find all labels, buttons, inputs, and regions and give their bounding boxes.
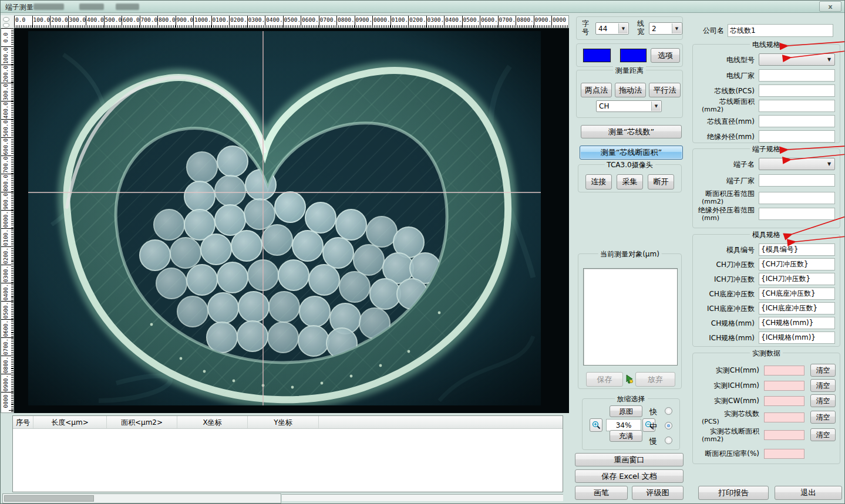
clear-ch-button[interactable]: 清空: [810, 364, 836, 377]
crimp-area-range-label: 断面积压着范围(mm2): [692, 190, 755, 205]
exit-button[interactable]: 退出: [775, 486, 842, 500]
measured-core-area-input[interactable]: [764, 430, 804, 440]
camera-disconnect-button[interactable]: 断开: [648, 174, 674, 190]
ruler-label: 700.0: [1, 155, 9, 174]
ch-spec-input[interactable]: [759, 317, 835, 329]
mold-id-input[interactable]: [759, 243, 835, 256]
insulation-od-input[interactable]: [759, 130, 835, 143]
ruler-corner: [1, 15, 14, 28]
measure-core-area-button[interactable]: 测量“芯线断面积”: [580, 146, 683, 160]
zoom-percent-value[interactable]: 34%: [606, 419, 641, 431]
original-size-button[interactable]: 原图: [610, 405, 642, 417]
rating-chart-button[interactable]: 评级图: [632, 486, 684, 500]
speed-mid-label: 中: [649, 421, 657, 432]
print-report-button[interactable]: 打印报告: [698, 486, 769, 500]
parallel-method-button[interactable]: 平行法: [649, 83, 681, 97]
title-bar: 端子测量 x: [1, 1, 845, 13]
ruler-label: 0300.: [1, 265, 9, 283]
core-diameter-label: 芯线直径(mm): [692, 118, 755, 126]
two-point-method-button[interactable]: 两点法: [581, 83, 612, 97]
vertical-ruler: 0.0100.0200.0300.0400.0500.0600.0700.080…: [1, 28, 14, 413]
camera-group: TCA3.0摄像头 连接 采集 断开: [578, 164, 682, 192]
core-diameter-input[interactable]: [759, 115, 835, 127]
measure-core-count-button[interactable]: 测量“芯线数”: [581, 125, 682, 138]
measured-ch-input[interactable]: [764, 366, 804, 376]
app-window: 端子测量 x 0.0100.0200.0300.0400.0500.0600.0…: [0, 0, 845, 504]
terminal-maker-input[interactable]: [759, 174, 835, 187]
speed-slow-radio[interactable]: [665, 437, 672, 444]
camera-connect-button[interactable]: 连接: [585, 174, 612, 190]
clear-core-count-button[interactable]: 清空: [810, 411, 836, 424]
measured-cw-input[interactable]: [764, 396, 804, 406]
clear-core-area-button[interactable]: 清空: [810, 428, 836, 441]
company-name-input[interactable]: [728, 24, 833, 37]
horizontal-scrollbar[interactable]: [2, 493, 281, 503]
col-header-area: 面积<μm2>: [107, 416, 177, 428]
company-name-label: 公司名: [696, 27, 724, 35]
ich-blade-count-input[interactable]: [759, 273, 835, 285]
ruler-corner-button-icon[interactable]: [3, 17, 9, 22]
measured-ich-input[interactable]: [764, 381, 804, 391]
redacted-text: [79, 4, 104, 10]
ruler-corner-button-icon[interactable]: [3, 23, 9, 28]
current-measure-listbox[interactable]: [583, 268, 678, 366]
ich-spec-input[interactable]: [759, 332, 835, 344]
mold-spec-title: 模具规格: [750, 230, 783, 240]
redacted-text: [33, 4, 64, 10]
terminal-spec-title: 端子规格: [750, 144, 783, 154]
fill-view-button[interactable]: 充满: [610, 430, 642, 442]
measured-core-count-input[interactable]: [764, 412, 804, 422]
discard-measure-button[interactable]: 放弃: [635, 372, 675, 387]
wire-maker-input[interactable]: [759, 69, 835, 82]
speed-fast-radio[interactable]: [665, 407, 672, 415]
channel-dropdown[interactable]: CH▼: [596, 100, 662, 112]
ruler-label: 200.0: [1, 65, 9, 83]
clear-ich-button[interactable]: 清空: [810, 379, 836, 392]
scrollbar-thumb[interactable]: [4, 495, 94, 502]
zoom-group: 放缩选择 原图 34% 充满 快 中 慢: [582, 398, 680, 450]
ich-base-count-label: ICH底座冲压数: [692, 305, 755, 313]
insulation-crimp-range-input[interactable]: [759, 208, 835, 220]
terminal-name-dropdown[interactable]: ▼: [759, 158, 835, 170]
core-area-input[interactable]: [759, 100, 835, 112]
save-excel-button[interactable]: 保存 Excel 文档: [575, 469, 684, 483]
ruler-ticks: [9, 28, 14, 413]
line-width-dropdown[interactable]: 2▼: [649, 22, 682, 35]
color-swatch-2[interactable]: [620, 49, 647, 62]
wire-model-dropdown[interactable]: ▼: [759, 53, 835, 66]
drag-method-button[interactable]: 拖动法: [615, 83, 646, 97]
microscope-image: [28, 31, 541, 405]
redraw-window-button[interactable]: 重画窗口: [575, 453, 684, 466]
ch-base-count-input[interactable]: [759, 287, 835, 300]
current-measure-title: 当前测量对象(μm): [598, 249, 662, 259]
pen-button[interactable]: 画笔: [575, 486, 628, 500]
ch-blade-count-input[interactable]: [759, 258, 835, 270]
color-swatch-1[interactable]: [583, 49, 611, 62]
ruler-label: 0400.: [1, 283, 9, 301]
insulation-crimp-range-label: 绝缘外径压着范围(mm): [692, 207, 755, 222]
ruler-label: 900.0: [1, 192, 9, 210]
compression-ratio-input[interactable]: [764, 449, 804, 459]
core-count-input[interactable]: [759, 84, 835, 97]
ich-base-count-input[interactable]: [759, 302, 835, 314]
close-icon[interactable]: x: [819, 1, 841, 12]
options-button[interactable]: 选项: [651, 48, 680, 63]
speed-mid-radio[interactable]: [665, 422, 672, 429]
measure-distance-group: 测量距离 两点法 拖动法 平行法 CH▼: [576, 70, 683, 118]
clear-cw-button[interactable]: 清空: [810, 394, 836, 407]
save-measure-button[interactable]: 保存: [586, 372, 623, 387]
speed-slow-label: 慢: [649, 436, 657, 447]
chevron-down-icon: ▼: [651, 102, 661, 111]
table-body[interactable]: [13, 429, 563, 492]
font-size-label: 字号: [581, 19, 590, 36]
crimp-area-range-input[interactable]: [759, 192, 835, 204]
chevron-down-icon: ▼: [672, 23, 681, 33]
font-size-dropdown[interactable]: 44▼: [595, 22, 629, 35]
ch-blade-count-label: CH刀冲压数: [692, 261, 755, 269]
microscope-image-viewport[interactable]: [14, 28, 569, 413]
ruler-label: 600.0: [1, 137, 9, 155]
bottom-strip: [282, 494, 563, 501]
zoom-in-icon[interactable]: [590, 418, 602, 432]
camera-capture-button[interactable]: 采集: [617, 174, 643, 190]
ruler-label: 300.0: [1, 83, 9, 101]
